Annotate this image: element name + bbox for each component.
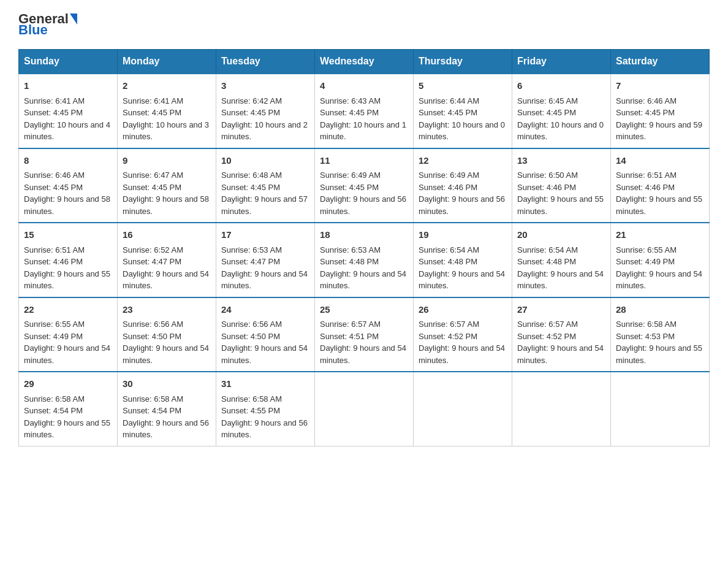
day-info: Sunrise: 6:58 AMSunset: 4:54 PMDaylight:… bbox=[24, 394, 110, 440]
weekday-header-thursday: Thursday bbox=[414, 50, 512, 74]
empty-cell bbox=[512, 372, 611, 446]
day-number: 9 bbox=[123, 154, 211, 168]
day-info: Sunrise: 6:57 AMSunset: 4:52 PMDaylight:… bbox=[517, 320, 604, 365]
day-info: Sunrise: 6:53 AMSunset: 4:47 PMDaylight:… bbox=[221, 245, 308, 291]
empty-cell bbox=[611, 372, 710, 446]
day-number: 20 bbox=[517, 228, 605, 242]
day-cell-24: 24Sunrise: 6:56 AMSunset: 4:50 PMDayligh… bbox=[216, 297, 315, 372]
day-number: 1 bbox=[24, 79, 112, 93]
empty-cell bbox=[315, 372, 414, 446]
day-cell-21: 21Sunrise: 6:55 AMSunset: 4:49 PMDayligh… bbox=[611, 223, 710, 297]
day-cell-25: 25Sunrise: 6:57 AMSunset: 4:51 PMDayligh… bbox=[315, 297, 414, 372]
week-row-2: 8Sunrise: 6:46 AMSunset: 4:45 PMDaylight… bbox=[19, 148, 710, 223]
day-info: Sunrise: 6:41 AMSunset: 4:45 PMDaylight:… bbox=[24, 96, 110, 142]
day-cell-29: 29Sunrise: 6:58 AMSunset: 4:54 PMDayligh… bbox=[19, 372, 118, 446]
week-row-1: 1Sunrise: 6:41 AMSunset: 4:45 PMDaylight… bbox=[19, 74, 710, 148]
day-info: Sunrise: 6:58 AMSunset: 4:55 PMDaylight:… bbox=[221, 394, 308, 440]
weekday-header-tuesday: Tuesday bbox=[216, 50, 315, 74]
day-number: 26 bbox=[419, 303, 507, 317]
day-number: 28 bbox=[616, 303, 704, 317]
day-number: 29 bbox=[24, 377, 112, 391]
day-number: 8 bbox=[24, 154, 112, 168]
day-cell-27: 27Sunrise: 6:57 AMSunset: 4:52 PMDayligh… bbox=[512, 297, 611, 372]
weekday-header-saturday: Saturday bbox=[611, 50, 710, 74]
weekday-header-wednesday: Wednesday bbox=[315, 50, 414, 74]
day-cell-1: 1Sunrise: 6:41 AMSunset: 4:45 PMDaylight… bbox=[19, 74, 118, 148]
day-info: Sunrise: 6:53 AMSunset: 4:48 PMDaylight:… bbox=[320, 245, 406, 291]
day-number: 18 bbox=[320, 228, 408, 242]
day-number: 3 bbox=[221, 79, 309, 93]
week-row-3: 15Sunrise: 6:51 AMSunset: 4:46 PMDayligh… bbox=[19, 223, 710, 297]
day-info: Sunrise: 6:49 AMSunset: 4:46 PMDaylight:… bbox=[419, 170, 505, 216]
day-cell-19: 19Sunrise: 6:54 AMSunset: 4:48 PMDayligh… bbox=[414, 223, 512, 297]
day-cell-5: 5Sunrise: 6:44 AMSunset: 4:45 PMDaylight… bbox=[414, 74, 512, 148]
day-cell-4: 4Sunrise: 6:43 AMSunset: 4:45 PMDaylight… bbox=[315, 74, 414, 148]
day-cell-9: 9Sunrise: 6:47 AMSunset: 4:45 PMDaylight… bbox=[118, 148, 216, 223]
week-row-5: 29Sunrise: 6:58 AMSunset: 4:54 PMDayligh… bbox=[19, 372, 710, 446]
day-number: 22 bbox=[24, 303, 112, 317]
day-info: Sunrise: 6:56 AMSunset: 4:50 PMDaylight:… bbox=[123, 320, 209, 365]
day-cell-17: 17Sunrise: 6:53 AMSunset: 4:47 PMDayligh… bbox=[216, 223, 315, 297]
day-number: 23 bbox=[123, 303, 211, 317]
day-info: Sunrise: 6:46 AMSunset: 4:45 PMDaylight:… bbox=[616, 96, 702, 142]
day-cell-14: 14Sunrise: 6:51 AMSunset: 4:46 PMDayligh… bbox=[611, 148, 710, 223]
day-info: Sunrise: 6:55 AMSunset: 4:49 PMDaylight:… bbox=[24, 320, 110, 365]
day-number: 21 bbox=[616, 228, 704, 242]
day-number: 4 bbox=[320, 79, 408, 93]
day-cell-16: 16Sunrise: 6:52 AMSunset: 4:47 PMDayligh… bbox=[118, 223, 216, 297]
day-info: Sunrise: 6:50 AMSunset: 4:46 PMDaylight:… bbox=[517, 170, 604, 216]
day-cell-2: 2Sunrise: 6:41 AMSunset: 4:45 PMDaylight… bbox=[118, 74, 216, 148]
day-info: Sunrise: 6:54 AMSunset: 4:48 PMDaylight:… bbox=[419, 245, 505, 291]
day-info: Sunrise: 6:54 AMSunset: 4:48 PMDaylight:… bbox=[517, 245, 604, 291]
day-info: Sunrise: 6:52 AMSunset: 4:47 PMDaylight:… bbox=[123, 245, 209, 291]
day-info: Sunrise: 6:47 AMSunset: 4:45 PMDaylight:… bbox=[123, 170, 209, 216]
day-info: Sunrise: 6:44 AMSunset: 4:45 PMDaylight:… bbox=[419, 96, 505, 142]
day-info: Sunrise: 6:45 AMSunset: 4:45 PMDaylight:… bbox=[517, 96, 604, 142]
day-info: Sunrise: 6:55 AMSunset: 4:49 PMDaylight:… bbox=[616, 245, 702, 291]
day-info: Sunrise: 6:57 AMSunset: 4:52 PMDaylight:… bbox=[419, 320, 505, 365]
day-cell-11: 11Sunrise: 6:49 AMSunset: 4:45 PMDayligh… bbox=[315, 148, 414, 223]
day-number: 24 bbox=[221, 303, 309, 317]
day-info: Sunrise: 6:57 AMSunset: 4:51 PMDaylight:… bbox=[320, 320, 406, 365]
day-number: 6 bbox=[517, 79, 605, 93]
week-row-4: 22Sunrise: 6:55 AMSunset: 4:49 PMDayligh… bbox=[19, 297, 710, 372]
day-number: 31 bbox=[221, 377, 309, 391]
day-info: Sunrise: 6:42 AMSunset: 4:45 PMDaylight:… bbox=[221, 96, 308, 142]
day-info: Sunrise: 6:49 AMSunset: 4:45 PMDaylight:… bbox=[320, 170, 406, 216]
day-cell-15: 15Sunrise: 6:51 AMSunset: 4:46 PMDayligh… bbox=[19, 223, 118, 297]
day-info: Sunrise: 6:56 AMSunset: 4:50 PMDaylight:… bbox=[221, 320, 308, 365]
page-header: General Blue bbox=[18, 12, 710, 37]
day-cell-31: 31Sunrise: 6:58 AMSunset: 4:55 PMDayligh… bbox=[216, 372, 315, 446]
empty-cell bbox=[414, 372, 512, 446]
day-number: 13 bbox=[517, 154, 605, 168]
day-info: Sunrise: 6:51 AMSunset: 4:46 PMDaylight:… bbox=[24, 245, 110, 291]
day-cell-8: 8Sunrise: 6:46 AMSunset: 4:45 PMDaylight… bbox=[19, 148, 118, 223]
day-number: 5 bbox=[419, 79, 507, 93]
logo-blue-text: Blue bbox=[18, 23, 48, 37]
day-number: 17 bbox=[221, 228, 309, 242]
day-number: 11 bbox=[320, 154, 408, 168]
day-info: Sunrise: 6:48 AMSunset: 4:45 PMDaylight:… bbox=[221, 170, 308, 216]
day-cell-23: 23Sunrise: 6:56 AMSunset: 4:50 PMDayligh… bbox=[118, 297, 216, 372]
day-number: 16 bbox=[123, 228, 211, 242]
day-number: 14 bbox=[616, 154, 704, 168]
day-cell-6: 6Sunrise: 6:45 AMSunset: 4:45 PMDaylight… bbox=[512, 74, 611, 148]
logo-triangle-icon bbox=[70, 13, 77, 25]
day-number: 27 bbox=[517, 303, 605, 317]
day-cell-3: 3Sunrise: 6:42 AMSunset: 4:45 PMDaylight… bbox=[216, 74, 315, 148]
day-info: Sunrise: 6:43 AMSunset: 4:45 PMDaylight:… bbox=[320, 96, 406, 142]
day-number: 12 bbox=[419, 154, 507, 168]
day-cell-30: 30Sunrise: 6:58 AMSunset: 4:54 PMDayligh… bbox=[118, 372, 216, 446]
day-number: 25 bbox=[320, 303, 408, 317]
day-number: 19 bbox=[419, 228, 507, 242]
day-cell-28: 28Sunrise: 6:58 AMSunset: 4:53 PMDayligh… bbox=[611, 297, 710, 372]
day-cell-20: 20Sunrise: 6:54 AMSunset: 4:48 PMDayligh… bbox=[512, 223, 611, 297]
day-number: 15 bbox=[24, 228, 112, 242]
day-cell-26: 26Sunrise: 6:57 AMSunset: 4:52 PMDayligh… bbox=[414, 297, 512, 372]
logo: General Blue bbox=[18, 12, 77, 37]
weekday-header-friday: Friday bbox=[512, 50, 611, 74]
day-info: Sunrise: 6:58 AMSunset: 4:53 PMDaylight:… bbox=[616, 320, 702, 365]
weekday-header-sunday: Sunday bbox=[19, 50, 118, 74]
day-info: Sunrise: 6:46 AMSunset: 4:45 PMDaylight:… bbox=[24, 170, 110, 216]
day-cell-18: 18Sunrise: 6:53 AMSunset: 4:48 PMDayligh… bbox=[315, 223, 414, 297]
